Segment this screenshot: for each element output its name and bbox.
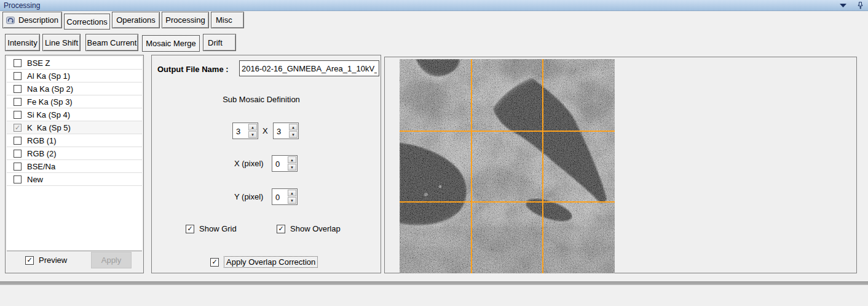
pane-titlebar: Processing: [0, 0, 868, 11]
layer-item-na-ka[interactable]: Na Ka (Sp 2): [7, 83, 142, 95]
layer-item-fe-ka[interactable]: Fe Ka (Sp 3): [7, 95, 142, 108]
tab-operations[interactable]: Operations: [112, 12, 160, 28]
tab-label: Corrections: [66, 17, 107, 26]
mosaic-cols-spinner-up-button[interactable]: ▲: [248, 124, 257, 131]
subtab-drift[interactable]: Drift: [203, 34, 236, 51]
tab-label: Line Shift: [45, 38, 78, 47]
show-overlap-checkbox[interactable]: ✓: [277, 225, 285, 233]
output-file-name-input[interactable]: [239, 60, 379, 76]
layer-label: RGB (2): [27, 149, 57, 158]
tab-label: Misc: [216, 15, 232, 25]
layer-label: Fe Ka (Sp 3): [27, 97, 73, 107]
x-pixel-value[interactable]: 0: [273, 156, 288, 171]
layer-checkbox[interactable]: [14, 150, 22, 158]
show-grid-checkbox[interactable]: ✓: [186, 225, 194, 233]
x-pixel-spinner-up-button[interactable]: ▲: [288, 156, 296, 163]
layer-item-rgb-1[interactable]: RGB (1): [7, 134, 142, 147]
horizontal-splitter[interactable]: [0, 281, 868, 285]
tab-label: Description: [18, 15, 58, 25]
tab-label: Operations: [116, 15, 156, 25]
mosaic-rows-value[interactable]: 3: [274, 124, 289, 138]
y-pixel-label: Y (pixel): [234, 192, 263, 201]
mosaic-cols-spinner[interactable]: 3 ▲ ▼: [232, 123, 258, 139]
show-overlap-label: Show Overlap: [290, 224, 341, 233]
x-pixel-spinner-down-button[interactable]: ▼: [288, 164, 296, 171]
layer-label: New: [27, 175, 43, 184]
apply-overlap-correction-checkbox[interactable]: ✓: [210, 258, 219, 267]
subtab-beam-current[interactable]: Beam Current: [85, 34, 138, 51]
tab-description[interactable]: Description: [2, 12, 62, 28]
layer-item-al-ka[interactable]: Al Ka (Sp 1): [7, 70, 142, 83]
layer-checkbox[interactable]: [14, 137, 22, 145]
tab-processing[interactable]: Processing: [162, 12, 209, 28]
layer-checkbox[interactable]: [14, 85, 22, 93]
mosaic-rows-spinner-up-button[interactable]: ▲: [289, 124, 298, 131]
layer-label: BSE/Na: [27, 162, 55, 171]
chevron-down-icon[interactable]: [840, 4, 846, 7]
tab-corrections[interactable]: Corrections: [64, 14, 110, 30]
y-pixel-spinner[interactable]: 0 ▲ ▼: [272, 188, 298, 205]
mosaic-rows-spinner[interactable]: 3 ▲ ▼: [273, 123, 299, 139]
layer-checkbox[interactable]: [14, 98, 22, 106]
show-overlap-checkbox-group[interactable]: ✓ Show Overlap: [277, 224, 341, 233]
mosaic-dimension-separator: X: [262, 126, 268, 135]
apply-overlap-correction-label: Apply Overlap Correction: [224, 256, 318, 268]
subtab-mosaic-merge[interactable]: Mosaic Merge: [142, 35, 200, 52]
layer-label: Na Ka (Sp 2): [27, 84, 73, 94]
mosaic-preview-panel: [384, 57, 857, 273]
tab-label: Drift: [208, 38, 223, 47]
layer-item-rgb-2[interactable]: RGB (2): [7, 147, 142, 160]
y-pixel-spinner-down-button[interactable]: ▼: [288, 197, 296, 204]
tab-label: Beam Current: [87, 38, 137, 47]
layer-label: RGB (1): [27, 136, 57, 145]
layer-item-si-ka[interactable]: Si Ka (Sp 4): [7, 108, 142, 121]
layer-item-bse-z[interactable]: BSE Z: [7, 57, 142, 70]
tab-label: Intensity: [7, 38, 37, 47]
pin-icon[interactable]: [858, 2, 863, 9]
subtab-line-shift[interactable]: Line Shift: [42, 34, 81, 51]
layer-checkbox[interactable]: [14, 59, 22, 67]
tab-label: Processing: [165, 15, 205, 25]
y-pixel-spinner-up-button[interactable]: ▲: [288, 190, 296, 196]
layer-checkbox[interactable]: [14, 163, 22, 171]
layer-label: BSE Z: [27, 58, 50, 68]
pane-title: Processing: [4, 1, 829, 10]
preview-checkbox[interactable]: ✓: [25, 256, 34, 265]
layer-list-footer: ✓ Preview Apply: [7, 251, 142, 272]
layer-item-bse-na[interactable]: BSE/Na: [7, 160, 142, 173]
x-pixel-spinner[interactable]: 0 ▲ ▼: [272, 155, 298, 172]
layer-listbox: BSE Z Al Ka (Sp 1) Na Ka (Sp 2) Fe Ka (S…: [7, 57, 142, 251]
mosaic-cols-spinner-down-button[interactable]: ▼: [248, 131, 257, 138]
preview-label: Preview: [39, 256, 67, 265]
show-grid-checkbox-group[interactable]: ✓ Show Grid: [186, 224, 237, 233]
layer-label: Si Ka (Sp 4): [27, 110, 70, 119]
tab-label: Mosaic Merge: [146, 39, 196, 48]
tab-misc[interactable]: Misc: [211, 12, 244, 28]
y-pixel-value[interactable]: 0: [273, 190, 288, 204]
layer-checkbox[interactable]: [14, 175, 22, 183]
subtab-intensity[interactable]: Intensity: [5, 34, 40, 51]
preview-checkbox-group[interactable]: ✓ Preview: [25, 256, 67, 265]
description-icon: [6, 16, 15, 24]
apply-overlap-correction-checkbox-group[interactable]: ✓ Apply Overlap Correction: [210, 256, 318, 268]
layer-checkbox[interactable]: ✓: [14, 124, 22, 132]
mosaic-rows-spinner-down-button[interactable]: ▼: [289, 131, 298, 138]
output-file-name-label: Output File Name :: [157, 65, 229, 74]
x-pixel-label: X (pixel): [234, 159, 264, 168]
layer-item-new[interactable]: New: [7, 173, 142, 186]
layer-label: K Ka (Sp 5): [27, 123, 71, 132]
mosaic-merge-panel: Output File Name : Sub Mosaic Definition…: [151, 55, 381, 273]
layer-item-k-ka[interactable]: ✓ K Ka (Sp 5): [7, 121, 142, 134]
sub-mosaic-definition-title: Sub Mosaic Definition: [152, 95, 371, 104]
layer-label: Al Ka (Sp 1): [27, 71, 70, 81]
layer-list-panel: BSE Z Al Ka (Sp 1) Na Ka (Sp 2) Fe Ka (S…: [5, 55, 144, 273]
mosaic-cols-value[interactable]: 3: [234, 124, 248, 138]
show-grid-label: Show Grid: [199, 224, 237, 233]
layer-checkbox[interactable]: [14, 111, 22, 119]
layer-checkbox[interactable]: [14, 72, 22, 80]
sem-preview-image: [400, 59, 615, 273]
apply-button[interactable]: Apply: [91, 252, 132, 268]
